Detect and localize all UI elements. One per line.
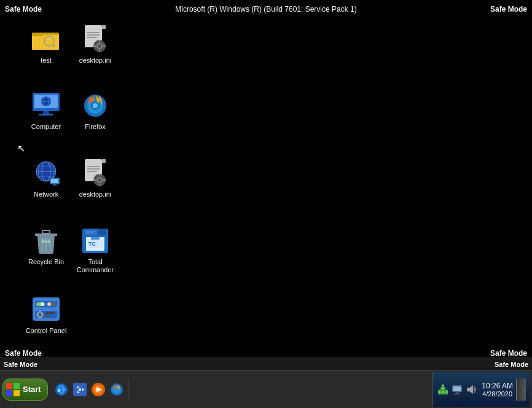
icon-computer[interactable]: Computer — [22, 91, 71, 131]
svg-rect-24 — [43, 111, 49, 114]
cursor: ↖ — [17, 143, 27, 155]
desktop-ini-2-icon — [80, 159, 110, 188]
network-icon — [31, 159, 61, 188]
safe-mode-bottom-left: Safe Mode — [5, 349, 42, 358]
svg-text:TC: TC — [88, 241, 96, 247]
svg-point-90 — [79, 388, 81, 391]
network-label: Network — [34, 190, 58, 198]
svg-rect-15 — [99, 40, 100, 42]
icon-total-commander[interactable]: TC TotalCommander — [71, 226, 120, 274]
svg-rect-2 — [32, 35, 59, 50]
recycle-bin-label: Recycle Bin — [28, 258, 64, 266]
svg-rect-39 — [53, 184, 57, 186]
test-folder-icon — [31, 25, 61, 54]
show-desktop-button[interactable] — [516, 379, 526, 401]
recycle-bin-icon — [31, 226, 61, 256]
monitor-tray-icon[interactable] — [451, 383, 463, 396]
svg-rect-51 — [93, 179, 96, 181]
svg-rect-81 — [14, 390, 20, 396]
control-panel-icon — [31, 295, 61, 324]
taskbar: Safe Mode Safe Mode Start e — [0, 358, 532, 408]
taskbar-safe-mode-bar: Safe Mode Safe Mode — [0, 358, 532, 371]
svg-rect-106 — [456, 392, 458, 393]
icon-desktop-ini-2[interactable]: desktop.ini — [71, 159, 120, 198]
taskbar-safe-mode-left: Safe Mode — [4, 361, 37, 368]
speaker-tray-icon[interactable] — [465, 383, 477, 396]
svg-point-29 — [93, 103, 98, 108]
control-panel-label: Control Panel — [26, 327, 67, 335]
taskbar-main: Start e — [0, 371, 532, 408]
svg-rect-50 — [99, 184, 100, 186]
svg-point-72 — [47, 302, 51, 306]
svg-rect-49 — [99, 174, 100, 176]
svg-point-102 — [442, 391, 444, 393]
svg-marker-109 — [469, 385, 473, 394]
svg-rect-63 — [98, 229, 106, 235]
firefox-quick-icon[interactable] — [108, 381, 125, 398]
svg-rect-78 — [6, 383, 12, 389]
svg-point-75 — [39, 313, 41, 316]
svg-point-101 — [439, 391, 440, 393]
svg-rect-105 — [453, 386, 461, 391]
svg-point-99 — [442, 384, 444, 386]
test-label: test — [41, 57, 52, 65]
windows-media-quick-icon[interactable] — [71, 381, 88, 398]
svg-rect-57 — [42, 230, 50, 233]
svg-point-70 — [41, 302, 44, 306]
windows-logo-icon — [6, 382, 20, 397]
svg-rect-77 — [45, 315, 51, 317]
svg-rect-38 — [51, 179, 58, 183]
clock-date: 4/28/2020 — [482, 390, 512, 398]
desktop-ini-1-icon — [80, 25, 110, 54]
clock-time: 10:26 AM — [482, 382, 513, 390]
computer-icon — [31, 91, 61, 120]
svg-point-95 — [112, 385, 121, 394]
start-label: Start — [23, 385, 41, 394]
svg-point-100 — [442, 387, 444, 389]
svg-rect-108 — [467, 388, 469, 391]
system-clock[interactable]: 10:26 AM 4/28/2020 — [482, 382, 513, 398]
desktop-ini-2-label: desktop.ini — [79, 190, 112, 198]
svg-rect-17 — [93, 45, 96, 47]
svg-rect-8 — [102, 25, 106, 29]
svg-rect-76 — [45, 312, 55, 314]
system-tray: 10:26 AM 4/28/2020 — [432, 372, 530, 407]
svg-rect-80 — [6, 390, 12, 396]
quick-launch-bar: e — [50, 379, 128, 401]
icon-control-panel[interactable]: Control Panel — [22, 295, 71, 335]
svg-rect-52 — [103, 179, 106, 181]
svg-rect-79 — [14, 383, 20, 389]
firefox-label: Firefox — [85, 123, 106, 131]
icon-desktop-ini-1[interactable]: desktop.ini — [71, 25, 120, 65]
desktop-ini-1-label: desktop.ini — [79, 57, 112, 65]
icon-network[interactable]: Network — [22, 159, 71, 198]
start-button[interactable]: Start — [2, 379, 48, 401]
svg-rect-3 — [32, 33, 43, 36]
svg-rect-42 — [102, 159, 106, 163]
svg-point-103 — [446, 391, 448, 393]
desktop: ↖ test — [0, 0, 532, 358]
svg-rect-16 — [99, 50, 100, 52]
svg-line-53 — [42, 238, 42, 251]
icon-recycle-bin[interactable]: Recycle Bin — [22, 226, 71, 266]
firefox-icon — [80, 91, 110, 120]
icon-firefox[interactable]: Firefox — [71, 91, 120, 131]
total-commander-label: TotalCommander — [77, 258, 114, 274]
safe-mode-bottom-right: Safe Mode — [490, 349, 527, 358]
ie-quick-icon[interactable]: e — [53, 381, 70, 398]
svg-text:e: e — [58, 388, 61, 393]
svg-rect-64 — [85, 230, 97, 235]
svg-point-48 — [98, 178, 101, 182]
total-commander-icon: TC — [80, 226, 110, 256]
svg-point-14 — [98, 44, 101, 48]
svg-rect-18 — [103, 45, 106, 47]
network-tray-icon[interactable] — [437, 383, 449, 396]
media-player-quick-icon[interactable] — [90, 381, 107, 398]
svg-rect-25 — [39, 114, 53, 116]
computer-label: Computer — [31, 123, 61, 131]
taskbar-safe-mode-right: Safe Mode — [495, 361, 528, 368]
svg-rect-107 — [454, 393, 460, 394]
icon-test[interactable]: test — [22, 25, 71, 65]
svg-line-55 — [50, 238, 50, 251]
